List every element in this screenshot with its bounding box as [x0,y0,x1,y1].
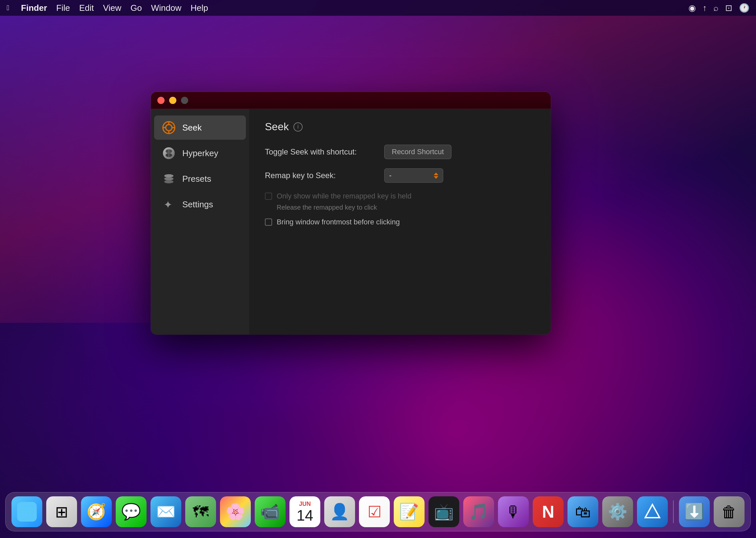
content-area: Seek i Toggle Seek with shortcut: Record… [249,109,551,335]
sonar-icon[interactable]: ◉ [688,3,696,13]
dock-item-system-settings[interactable]: ⚙️ [602,496,633,527]
dock-item-altus[interactable] [637,496,668,527]
dock-item-launchpad[interactable]: ⊞ [46,496,77,527]
menubar:  Finder File Edit View Go Window Help ◉… [0,0,756,16]
dock-item-podcasts[interactable]: 🎙 [498,496,529,527]
dock-item-trash[interactable]: 🗑 [714,496,744,527]
hyperkey-icon [161,146,176,161]
menubar-right: ◉ ↑ ⌕ ⊡ 🕐 [688,3,749,13]
bring-frontmost-checkbox[interactable] [265,219,272,226]
sidebar: Seek [151,109,249,335]
dock-item-facetime[interactable]: 📹 [255,496,286,527]
window-body: Seek [151,109,551,335]
seek-icon [161,120,176,135]
dock-item-news[interactable]: N [533,496,564,527]
show-while-held-checkbox[interactable] [265,192,272,200]
menubar-left:  Finder File Edit View Go Window Help [7,3,208,13]
sidebar-hyperkey-label: Hyperkey [182,148,218,158]
show-while-held-row: Only show while the remapped key is held [265,192,535,200]
dock-item-appletv[interactable]: 📺 [429,496,459,527]
dock-item-finder[interactable]: 🙂 [12,496,42,527]
bring-frontmost-label: Bring window frontmost before clicking [277,218,400,226]
show-while-held-label: Only show while the remapped key is held [277,192,411,200]
release-remapped-sublabel: Release the remapped key to click [277,204,535,211]
svg-point-12 [164,180,173,184]
dock-item-photos[interactable]: 🌸 [220,496,251,527]
menubar-view[interactable]: View [103,3,121,13]
dock: 🙂 ⊞ 🧭 💬 ✉️ 🗺 🌸 📹 JUN 14 👤 ☑ 📝 [5,492,751,531]
menubar-help[interactable]: Help [190,3,208,13]
remap-key-row: Remap key to Seek: - [265,168,535,183]
dock-item-music[interactable]: 🎵 [463,496,494,527]
search-icon[interactable]: ⌕ [713,3,719,13]
menubar-edit[interactable]: Edit [79,3,94,13]
extension-icon[interactable]: ↑ [703,3,707,13]
title-bar [151,92,551,109]
svg-point-1 [165,124,172,131]
sidebar-settings-label: Settings [182,199,213,210]
sidebar-presets-label: Presets [182,174,211,184]
dock-item-contacts[interactable]: 👤 [324,496,355,527]
dock-item-notes[interactable]: 📝 [394,496,425,527]
sidebar-item-hyperkey[interactable]: Hyperkey [154,141,246,165]
page-title: Seek [265,121,289,133]
svg-marker-16 [645,505,660,518]
settings-icon: ✦ [161,197,176,212]
dock-item-appstore[interactable]: 🛍 [567,496,598,527]
menubar-window[interactable]: Window [151,3,181,13]
remap-key-label: Remap key to Seek: [265,171,376,180]
sidebar-seek-label: Seek [182,123,202,133]
dropdown-value: - [389,171,430,180]
dock-item-reminders[interactable]: ☑ [359,496,390,527]
dock-item-maps[interactable]: 🗺 [185,496,216,527]
dock-item-safari[interactable]: 🧭 [81,496,112,527]
minimize-button[interactable] [169,97,176,104]
maximize-button[interactable] [181,97,188,104]
bring-frontmost-row: Bring window frontmost before clicking [265,218,535,226]
dock-item-mail[interactable]: ✉️ [151,496,181,527]
apple-menu-icon[interactable]:  [7,4,9,12]
sidebar-item-seek[interactable]: Seek [154,116,246,140]
menubar-go[interactable]: Go [130,3,142,13]
presets-icon [161,171,176,186]
dock-item-downloads[interactable]: ⬇️ [679,496,710,527]
sidebar-item-settings[interactable]: ✦ Settings [154,192,246,217]
close-button[interactable] [157,97,165,104]
sidebar-item-presets[interactable]: Presets [154,167,246,191]
info-icon[interactable]: i [293,122,303,132]
svg-text:✦: ✦ [164,199,172,211]
clock-icon[interactable]: 🕐 [739,3,749,13]
remap-key-dropdown[interactable]: - [384,168,443,183]
control-center-icon[interactable]: ⊡ [725,3,732,13]
svg-point-11 [164,177,173,181]
toggle-seek-row: Toggle Seek with shortcut: Record Shortc… [265,145,535,159]
app-window: Seek [151,92,551,335]
dropdown-arrow-icon [434,173,438,179]
menubar-file[interactable]: File [56,3,70,13]
dock-item-calendar[interactable]: JUN 14 [290,496,320,527]
dock-item-messages[interactable]: 💬 [116,496,147,527]
dock-divider [673,500,674,523]
svg-point-10 [164,174,173,178]
menubar-finder[interactable]: Finder [21,3,47,13]
calendar-day: 14 [296,508,313,523]
toggle-seek-label: Toggle Seek with shortcut: [265,147,376,156]
svg-rect-14 [17,502,37,521]
record-shortcut-button[interactable]: Record Shortcut [384,145,451,159]
content-header: Seek i [265,121,535,133]
